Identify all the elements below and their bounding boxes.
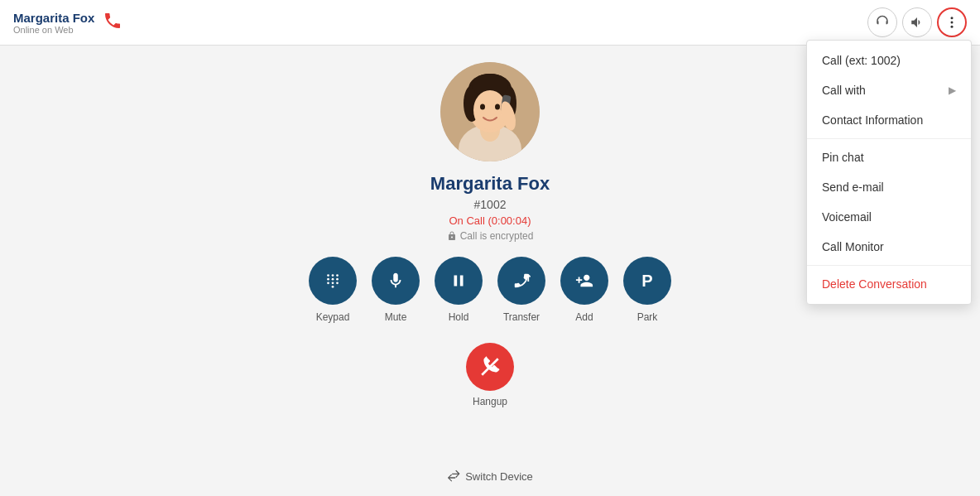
add-wrap: Add	[560, 257, 608, 323]
contact-name: Margarita Fox	[430, 173, 550, 195]
svg-point-22	[327, 282, 329, 284]
svg-point-18	[336, 274, 339, 277]
more-options-button[interactable]	[937, 7, 967, 37]
park-button[interactable]: P	[623, 257, 671, 305]
headset-button[interactable]	[867, 7, 897, 37]
svg-point-0	[951, 17, 954, 19]
contact-avatar	[440, 62, 540, 161]
park-wrap: P Park	[623, 257, 671, 323]
svg-point-12	[480, 104, 485, 110]
svg-point-17	[332, 274, 334, 277]
hold-button[interactable]	[435, 257, 483, 305]
menu-item-voicemail[interactable]: Voicemail	[807, 202, 971, 232]
switch-device[interactable]: Switch Device	[447, 470, 533, 483]
add-button[interactable]	[560, 257, 608, 305]
svg-point-19	[327, 278, 329, 281]
contact-ext: #1002	[474, 198, 507, 211]
top-bar-right	[867, 7, 967, 37]
menu-item-delete-conversation[interactable]: Delete Conversation	[807, 269, 971, 299]
user-info: Margarita Fox Online on Web	[13, 11, 94, 35]
encrypted-status: Call is encrypted	[447, 230, 534, 242]
menu-item-call[interactable]: Call (ext: 1002)	[807, 46, 971, 75]
menu-item-contact-info[interactable]: Contact Information	[807, 105, 971, 135]
park-label: Park	[637, 311, 658, 323]
svg-point-21	[336, 278, 339, 281]
transfer-wrap: Transfer	[497, 257, 545, 323]
hangup-wrap: Hangup	[466, 343, 514, 407]
speaker-button[interactable]	[902, 7, 932, 37]
keypad-button[interactable]	[309, 257, 357, 305]
dropdown-menu: Call (ext: 1002) Call with ▶ Contact Inf…	[806, 40, 972, 305]
submenu-arrow: ▶	[949, 84, 956, 96]
menu-item-pin-chat[interactable]: Pin chat	[807, 142, 971, 172]
hangup-button[interactable]	[466, 343, 514, 391]
menu-item-call-monitor[interactable]: Call Monitor	[807, 232, 971, 262]
svg-point-2	[951, 26, 954, 28]
action-buttons: Keypad Mute Hold	[309, 257, 671, 323]
menu-divider-1	[807, 138, 971, 139]
keypad-wrap: Keypad	[309, 257, 357, 323]
transfer-button[interactable]	[497, 257, 545, 305]
mute-wrap: Mute	[372, 257, 420, 323]
svg-point-20	[332, 278, 334, 281]
svg-point-23	[332, 282, 334, 284]
svg-point-24	[336, 282, 339, 284]
menu-item-call-with[interactable]: Call with ▶	[807, 75, 971, 105]
add-label: Add	[575, 311, 593, 323]
top-bar-left: Margarita Fox Online on Web	[13, 11, 122, 35]
mute-button[interactable]	[372, 257, 420, 305]
user-status: Online on Web	[13, 25, 94, 35]
user-name: Margarita Fox	[13, 11, 94, 25]
svg-point-1	[951, 22, 954, 24]
hold-wrap: Hold	[435, 257, 483, 323]
hold-label: Hold	[449, 311, 469, 323]
transfer-label: Transfer	[503, 311, 540, 323]
hangup-label: Hangup	[473, 396, 507, 407]
svg-point-25	[332, 286, 334, 288]
svg-point-16	[327, 274, 329, 277]
active-call-icon	[103, 11, 122, 35]
switch-device-label: Switch Device	[465, 470, 533, 483]
top-bar: Margarita Fox Online on Web	[0, 0, 980, 46]
menu-item-send-email[interactable]: Send e-mail	[807, 172, 971, 202]
svg-point-13	[495, 104, 500, 110]
menu-divider-2	[807, 265, 971, 266]
mute-label: Mute	[385, 311, 407, 323]
call-status: On Call (0:00:04)	[449, 214, 531, 227]
keypad-label: Keypad	[316, 311, 350, 323]
